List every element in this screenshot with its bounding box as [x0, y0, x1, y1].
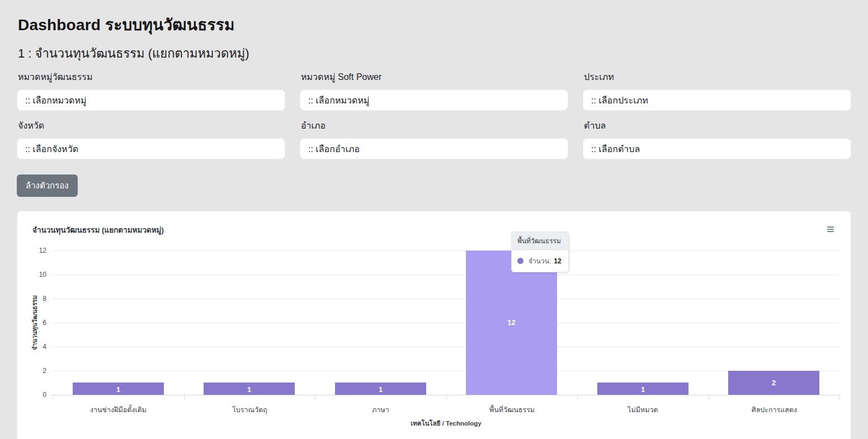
filter-label: อำเภอ — [301, 119, 568, 133]
bar-value-label: 1 — [597, 385, 688, 394]
section-title: 1 : จำนวนทุนวัฒนธรรม (แยกตามหมวดหมู่) — [18, 44, 851, 63]
bar-value-label: 1 — [335, 385, 426, 394]
x-axis-tick — [53, 395, 53, 399]
category-label: ไม่มีหมวด — [577, 404, 709, 416]
page-title: Dashboard ระบบทุนวัฒนธรรม — [18, 12, 851, 37]
bar[interactable]: 1 — [335, 383, 426, 395]
chart-title: จำนวนทุนวัฒนธรรม (แยกตามหมวดหมู่) — [32, 224, 164, 236]
y-tick-label: 8 — [43, 295, 46, 303]
filter-softpower-category: หมวดหมู่ Soft Power :: เลือกหมวดหมู่ — [300, 69, 568, 111]
filter-culture-category: หมวดหมู่วัฒนธรรม :: เลือกหมวดหมู่ — [17, 69, 285, 111]
gridline — [53, 299, 839, 299]
y-axis-title: จำนวนทุนวัฒนธรรม — [30, 295, 40, 350]
y-tick-label: 6 — [43, 319, 46, 327]
type-select[interactable]: :: เลือกประเภท — [583, 89, 851, 111]
y-tick-label: 2 — [43, 367, 46, 375]
bar-value-label: 12 — [466, 318, 557, 327]
bar[interactable]: 1 — [73, 383, 164, 395]
category-label: งานช่างฝีมือดั้งเดิม — [53, 404, 184, 416]
tooltip-series-label: จำนวน: — [529, 256, 551, 266]
subdistrict-select[interactable]: :: เลือกตำบล — [583, 138, 851, 159]
series-marker-icon — [517, 258, 523, 264]
y-tick-label: 12 — [39, 247, 46, 254]
tooltip-value: 12 — [554, 257, 561, 265]
x-axis-tick — [446, 395, 447, 399]
filter-label: หมวดหมู่วัฒนธรรม — [18, 70, 285, 84]
chart-tooltip: พื้นที่วัฒนธรรม จำนวน: 12 — [511, 232, 569, 272]
x-axis-tick — [315, 395, 315, 399]
filter-type: ประเภท :: เลือกประเภท — [583, 69, 851, 111]
filter-label: ตำบล — [584, 119, 851, 133]
filter-district: อำเภอ :: เลือกอำเภอ — [300, 117, 568, 159]
x-axis-tick — [577, 395, 578, 399]
district-select[interactable]: :: เลือกอำเภอ — [300, 138, 568, 159]
bar-chart-plot: จำนวนทุนวัฒนธรรม เทคโนโลยี / Technology … — [53, 251, 839, 395]
bar[interactable]: 1 — [204, 383, 295, 395]
clear-filters-button[interactable]: ล้างตัวกรอง — [17, 174, 78, 197]
chart-card: จำนวนทุนวัฒนธรรม (แยกตามหมวดหมู่) จำนวนท… — [17, 211, 851, 439]
category-label: พื้นที่วัฒนธรรม — [446, 404, 578, 416]
bar-value-label: 1 — [204, 385, 295, 394]
category-label: ภาษา — [315, 404, 446, 416]
x-axis-tick — [184, 395, 185, 399]
y-tick-label: 4 — [43, 343, 46, 351]
bar-value-label: 2 — [728, 379, 819, 387]
softpower-category-select[interactable]: :: เลือกหมวดหมู่ — [300, 89, 568, 111]
filter-province: จังหวัด :: เลือกจังหวัด — [17, 117, 285, 159]
bar[interactable]: 1 — [597, 383, 688, 395]
gridline — [53, 347, 839, 347]
y-tick-label: 10 — [39, 271, 46, 278]
bar[interactable]: 2 — [728, 371, 819, 395]
filter-subdistrict: ตำบล :: เลือกตำบล — [583, 117, 851, 159]
bar-value-label: 1 — [73, 385, 164, 394]
culture-category-select[interactable]: :: เลือกหมวดหมู่ — [17, 89, 285, 111]
category-label: ศิลปะการแสดง — [709, 404, 840, 416]
filter-label: ประเภท — [584, 70, 851, 84]
y-tick-label: 0 — [43, 391, 46, 399]
gridline — [53, 323, 839, 323]
chart-menu-icon[interactable] — [826, 224, 835, 234]
gridline — [53, 251, 839, 251]
province-select[interactable]: :: เลือกจังหวัด — [17, 138, 285, 159]
x-axis-title: เทคโนโลยี / Technology — [53, 418, 839, 428]
filter-label: หมวดหมู่ Soft Power — [301, 70, 568, 84]
filter-grid: หมวดหมู่วัฒนธรรม :: เลือกหมวดหมู่ หมวดหม… — [17, 69, 851, 159]
gridline — [53, 275, 839, 275]
x-axis-tick — [709, 395, 709, 399]
tooltip-title: พื้นที่วัฒนธรรม — [512, 232, 568, 250]
filter-label: จังหวัด — [18, 119, 285, 133]
gridline — [53, 371, 839, 371]
category-label: โบราณวัตถุ — [184, 404, 315, 416]
x-axis-tick — [839, 395, 840, 399]
